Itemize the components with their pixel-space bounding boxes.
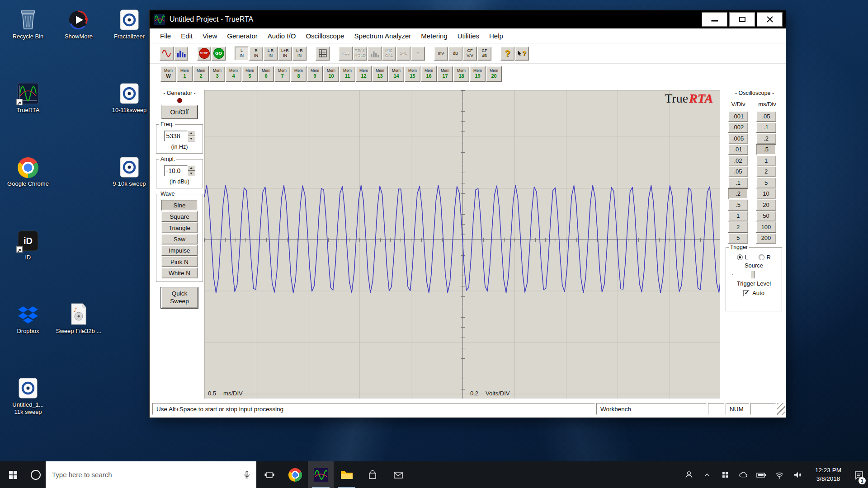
action-center-button[interactable]: 1	[850, 461, 868, 488]
vdiv-option-button[interactable]: .02	[728, 155, 748, 166]
mv-button[interactable]: mV	[434, 47, 448, 61]
menu-item[interactable]: Spectrum Analyzer	[349, 32, 416, 40]
generator-onoff-button[interactable]: On/Off	[161, 105, 198, 119]
input-l-minus-r-button[interactable]: L-R IN	[292, 47, 307, 61]
close-button[interactable]	[757, 12, 783, 27]
memory-button[interactable]: Mem 6	[258, 66, 274, 82]
trigger-auto-checkbox[interactable]	[743, 290, 750, 296]
desktop-icon-google-chrome[interactable]: iD ♪	[4, 152, 52, 225]
rel-button[interactable]: REL	[339, 47, 353, 61]
vdiv-option-button[interactable]: .05	[728, 166, 748, 178]
memory-button[interactable]: Mem 3	[209, 66, 225, 82]
taskbar-search[interactable]	[46, 461, 256, 488]
memory-button[interactable]: Mem 10	[323, 66, 339, 82]
cf-vv-button[interactable]: CF V/V	[463, 47, 477, 61]
msdiv-option-button[interactable]: 20	[756, 199, 776, 211]
tray-app-button[interactable]	[716, 461, 734, 488]
frequency-spin-down-button[interactable]	[188, 136, 195, 141]
people-button[interactable]	[680, 461, 698, 488]
trigger-right-radio[interactable]	[759, 254, 764, 260]
memory-button[interactable]: Mem 20	[486, 66, 502, 82]
menu-item[interactable]: Edit	[176, 32, 198, 40]
msdiv-option-button[interactable]: .5	[756, 144, 776, 155]
go-button[interactable]: GO	[212, 47, 226, 61]
db-button[interactable]: dB	[448, 47, 462, 61]
menu-item[interactable]: Audio I/O	[263, 32, 301, 40]
microphone-icon[interactable]	[242, 470, 252, 480]
memory-button[interactable]: Mem 18	[453, 66, 469, 82]
vdiv-option-button[interactable]: .1	[728, 177, 748, 188]
trigger-left-radio[interactable]	[737, 254, 743, 260]
msdiv-option-button[interactable]: 200	[756, 233, 776, 244]
clear-button[interactable]: ×	[411, 47, 425, 61]
frequency-spin-up-button[interactable]	[188, 131, 195, 136]
trigger-level-slider[interactable]	[732, 270, 775, 279]
msdiv-option-button[interactable]: .05	[756, 111, 776, 122]
cortana-button[interactable]	[26, 461, 46, 488]
menu-item[interactable]: Oscilloscope	[301, 32, 349, 40]
context-help-button[interactable]: ?	[515, 47, 529, 61]
show-hidden-icons-button[interactable]	[698, 461, 716, 488]
stop-button[interactable]: STOP	[197, 47, 211, 61]
input-l-button[interactable]: L IN	[235, 47, 249, 61]
taskbar-clock[interactable]: 12:23 PM 3/8/2018	[807, 461, 850, 488]
msdiv-option-button[interactable]: .1	[756, 122, 776, 133]
vdiv-option-button[interactable]: .005	[728, 133, 748, 144]
amplitude-input[interactable]	[164, 165, 188, 176]
memory-button[interactable]: Mem 12	[356, 66, 372, 82]
memory-button[interactable]: Mem 14	[388, 66, 404, 82]
peak-hold-button[interactable]: PEAK HOLD	[353, 47, 367, 61]
desktop-icon-9-10k-sweep[interactable]: iD ♪	[105, 152, 154, 225]
taskbar-truerta-button[interactable]	[308, 461, 334, 488]
vdiv-option-button[interactable]: 1	[728, 211, 748, 222]
wave-saw-button[interactable]: Saw	[161, 234, 198, 244]
desktop-icon-truerta[interactable]: iD ♪	[4, 78, 52, 152]
help-button[interactable]: ?	[500, 47, 514, 61]
slider-thumb[interactable]	[750, 271, 755, 278]
vdiv-option-button[interactable]: 2	[728, 221, 748, 233]
memory-button[interactable]: Mem 19	[470, 66, 486, 82]
wave-white-noise-button[interactable]: White N	[161, 267, 198, 278]
memory-button[interactable]: Mem 4	[226, 66, 241, 82]
battery-button[interactable]	[752, 461, 770, 488]
menu-item[interactable]: Generator	[222, 32, 263, 40]
memory-button[interactable]: Mem 7	[274, 66, 290, 82]
memory-button[interactable]: Mem 9	[307, 66, 323, 82]
desktop-icon-fractalizeer[interactable]: iD ♪	[105, 5, 154, 78]
wave-pink-noise-button[interactable]: Pink N	[161, 256, 198, 267]
desktop-icon-showmore[interactable]: iD ♪	[54, 5, 103, 78]
memory-button[interactable]: Mem 16	[421, 66, 437, 82]
memory-button[interactable]: Mem 17	[437, 66, 453, 82]
wave-impulse-button[interactable]: Impulse	[161, 245, 198, 256]
onedrive-button[interactable]	[734, 461, 752, 488]
msdiv-option-button[interactable]: 100	[756, 221, 776, 233]
mic-cal-button[interactable]: MIC CAL	[382, 47, 396, 61]
msdiv-option-button[interactable]: 5	[756, 177, 776, 188]
window-titlebar[interactable]: Untitled Project - TrueRTA	[150, 10, 786, 28]
search-input[interactable]	[46, 471, 256, 479]
desktop-icon-dropbox[interactable]: iD ♪	[4, 299, 52, 373]
menu-item[interactable]: Help	[484, 32, 508, 40]
memory-button[interactable]: Mem 5	[242, 66, 258, 82]
memory-button[interactable]: Mem 11	[340, 66, 355, 82]
menu-item[interactable]: File	[155, 32, 176, 40]
amplitude-spin-down-button[interactable]	[188, 171, 195, 176]
vdiv-option-button[interactable]: .2	[728, 188, 748, 200]
msdiv-option-button[interactable]: .2	[756, 133, 776, 144]
msdiv-option-button[interactable]: 1	[756, 155, 776, 166]
wave-square-button[interactable]: Square	[161, 211, 198, 222]
maximize-button[interactable]	[729, 12, 755, 27]
meter-bars-button[interactable]	[368, 47, 382, 61]
start-button[interactable]	[0, 461, 26, 488]
wave-sine-button[interactable]: Sine	[161, 200, 198, 211]
input-l-plus-r-button[interactable]: L+R IN	[278, 47, 292, 61]
cf-db-button[interactable]: CF dB	[477, 47, 491, 61]
input-l-r-button[interactable]: L R IN	[264, 47, 278, 61]
taskbar-mail-button[interactable]	[385, 461, 411, 488]
grid-button[interactable]	[316, 47, 330, 61]
vdiv-option-button[interactable]: .01	[728, 144, 748, 155]
msdiv-option-button[interactable]: 2	[756, 166, 776, 178]
memory-button[interactable]: Mem 1	[177, 66, 193, 82]
desktop-icon-sweep-file32b[interactable]: iD ♪	[54, 299, 103, 373]
desktop-icon-10-11ksweep[interactable]: iD ♪	[105, 78, 154, 152]
